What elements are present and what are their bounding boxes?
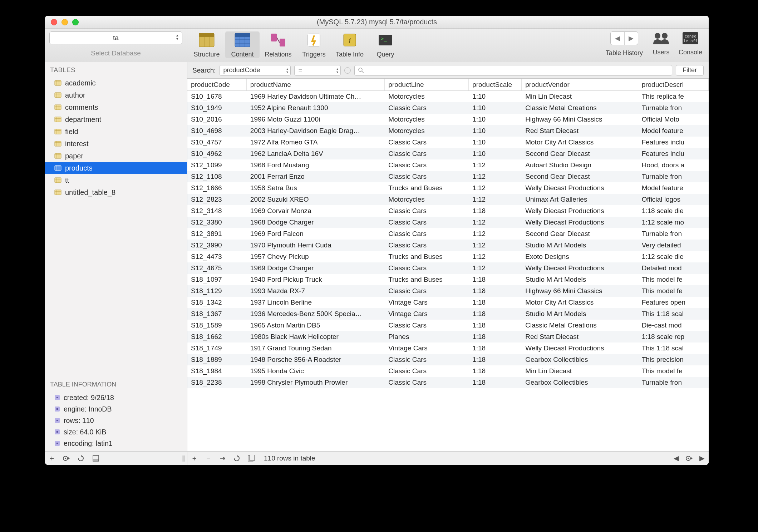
table-row[interactable]: S12_33801968 Dodge ChargerClassic Cars1:…: [187, 217, 709, 228]
main: Search: productCode▴▾ =▴▾ Filter product…: [187, 62, 709, 465]
cell: This model fe: [638, 274, 709, 285]
query-tab[interactable]: >_ Query: [368, 31, 403, 58]
history-back-button[interactable]: ◀: [611, 32, 624, 45]
sidebar-item-interest[interactable]: interest: [45, 138, 187, 150]
refresh-button[interactable]: [77, 455, 87, 462]
cell: Motor City Art Classics: [522, 137, 638, 148]
zoom-window-button[interactable]: [72, 19, 79, 25]
footer-gear-button[interactable]: [685, 455, 693, 462]
column-header-productLine[interactable]: productLine: [385, 79, 469, 90]
search-input[interactable]: [354, 65, 672, 76]
cell: Features open: [638, 297, 709, 308]
search-operator-select[interactable]: =▴▾: [294, 65, 341, 76]
column-header-productName[interactable]: productName: [247, 79, 385, 90]
table-row[interactable]: S12_39901970 Plymouth Hemi CudaClassic C…: [187, 240, 709, 251]
table-row[interactable]: S18_13421937 Lincoln BerlineVintage Cars…: [187, 297, 709, 308]
table-row[interactable]: S10_20161996 Moto Guzzi 1100iMotorcycles…: [187, 114, 709, 125]
column-header-productCode[interactable]: productCode: [187, 79, 247, 90]
sidebar-item-label: field: [65, 128, 78, 136]
column-header-productScale[interactable]: productScale: [469, 79, 522, 90]
users-label: Users: [653, 49, 669, 56]
table-row[interactable]: S12_38911969 Ford FalconClassic Cars1:12…: [187, 228, 709, 240]
sidebar: TABLES academicauthorcommentsdepartmentf…: [45, 62, 187, 465]
cell: 1965 Aston Martin DB5: [247, 320, 385, 331]
history-forward-button[interactable]: ▶: [624, 32, 638, 45]
table-row[interactable]: S10_49621962 LanciaA Delta 16VClassic Ca…: [187, 148, 709, 159]
minimize-window-button[interactable]: [61, 19, 68, 25]
cell: Studio M Art Models: [522, 309, 638, 319]
triggers-tab[interactable]: Triggers: [297, 31, 331, 58]
cell: Welly Diecast Productions: [522, 263, 638, 274]
duplicate-row-button[interactable]: ⇥: [219, 454, 227, 462]
users-button[interactable]: Users: [647, 31, 675, 56]
table-row[interactable]: S12_28232002 Suzuki XREOMotorcycles1:12U…: [187, 194, 709, 205]
search-icon: [358, 68, 364, 73]
table-row[interactable]: S18_16621980s Black Hawk HelicopterPlane…: [187, 331, 709, 343]
column-header-productDescri[interactable]: productDescri: [638, 79, 709, 90]
cell: Classic Cars: [385, 217, 469, 228]
svg-rect-69: [56, 431, 58, 433]
table-row[interactable]: S10_46982003 Harley-Davidson Eagle Drag……: [187, 125, 709, 137]
table-row[interactable]: S10_47571972 Alfa Romeo GTAClassic Cars1…: [187, 137, 709, 148]
grid-body[interactable]: S10_16781969 Harley Davidson Ultimate Ch…: [187, 91, 709, 451]
add-button[interactable]: ＋: [47, 453, 56, 463]
cell: S12_3990: [187, 240, 247, 251]
sidebar-item-academic[interactable]: academic: [45, 77, 187, 89]
filter-button[interactable]: Filter: [676, 65, 704, 76]
table-row[interactable]: S12_10991968 Ford MustangClassic Cars1:1…: [187, 159, 709, 171]
prev-page-button[interactable]: ◀: [672, 454, 680, 462]
table-row[interactable]: S18_11291993 Mazda RX-7Classic Cars1:18H…: [187, 285, 709, 297]
next-page-button[interactable]: ▶: [698, 454, 706, 462]
info-engine: engine: InnoDB: [45, 403, 187, 415]
table-row[interactable]: S18_18891948 Porsche 356-A RoadsterClass…: [187, 354, 709, 365]
remove-row-button[interactable]: −: [205, 454, 212, 462]
search-label: Search:: [192, 66, 216, 74]
table-row[interactable]: S12_46751969 Dodge ChargerClassic Cars1:…: [187, 262, 709, 274]
sidebar-item-paper[interactable]: paper: [45, 150, 187, 162]
pagination-button[interactable]: [247, 455, 255, 462]
sidebar-item-author[interactable]: author: [45, 89, 187, 101]
sidebar-item-comments[interactable]: comments: [45, 101, 187, 113]
console-button[interactable]: console off Console: [676, 31, 704, 56]
sidebar-item-department[interactable]: department: [45, 113, 187, 125]
cell: Motorcycles: [385, 125, 469, 136]
search-column-select[interactable]: productCode▴▾: [219, 65, 291, 76]
sidebar-tables-list: academicauthorcommentsdepartmentfieldint…: [45, 77, 187, 198]
table-row[interactable]: S12_44731957 Chevy PickupTrucks and Buse…: [187, 251, 709, 262]
table-row[interactable]: S18_17491917 Grand Touring SedanVintage …: [187, 343, 709, 354]
table-row[interactable]: S18_22381998 Chrysler Plymouth ProwlerCl…: [187, 377, 709, 388]
table-row[interactable]: S10_19491952 Alpine Renault 1300Classic …: [187, 102, 709, 114]
add-row-button[interactable]: ＋: [190, 454, 198, 463]
gear-menu-button[interactable]: [62, 455, 72, 462]
database-selector[interactable]: ta ▴▾: [49, 31, 182, 44]
cell: S12_3148: [187, 206, 247, 216]
cell: 1995 Honda Civic: [247, 366, 385, 376]
sidebar-item-untitled_table_8[interactable]: untitled_table_8: [45, 186, 187, 198]
table-row[interactable]: S12_16661958 Setra BusTrucks and Buses1:…: [187, 182, 709, 194]
toggle-info-button[interactable]: [92, 455, 102, 462]
structure-tab[interactable]: Structure: [190, 31, 224, 58]
sidebar-gripper[interactable]: |||: [182, 454, 185, 462]
cell: S12_1099: [187, 160, 247, 171]
table-row[interactable]: S18_19841995 Honda CivicClassic Cars1:18…: [187, 365, 709, 377]
table-row[interactable]: S10_16781969 Harley Davidson Ultimate Ch…: [187, 91, 709, 102]
close-window-button[interactable]: [51, 19, 57, 25]
content-tab[interactable]: Content: [225, 31, 260, 58]
sidebar-item-tt[interactable]: tt: [45, 174, 187, 186]
table-row[interactable]: S18_10971940 Ford Pickup TruckTrucks and…: [187, 274, 709, 285]
table-row[interactable]: S18_13671936 Mercedes-Benz 500K Specia…V…: [187, 308, 709, 320]
reload-button[interactable]: [233, 455, 241, 462]
sidebar-item-products[interactable]: products: [45, 162, 187, 174]
svg-rect-5: [235, 33, 250, 37]
cell: 1940 Ford Pickup Truck: [247, 274, 385, 285]
sidebar-item-field[interactable]: field: [45, 125, 187, 138]
table-row[interactable]: S18_15891965 Aston Martin DB5Classic Car…: [187, 320, 709, 331]
relations-tab[interactable]: Relations: [261, 31, 295, 58]
table-row[interactable]: S12_31481969 Corvair MonzaClassic Cars1:…: [187, 205, 709, 217]
column-header-productVendor[interactable]: productVendor: [522, 79, 638, 90]
cell: Classic Cars: [385, 377, 469, 388]
tableinfo-tab[interactable]: i Table Info: [333, 31, 367, 58]
cell: S18_1984: [187, 366, 247, 376]
search-mode-radio[interactable]: [344, 67, 351, 74]
table-row[interactable]: S12_11082001 Ferrari EnzoClassic Cars1:1…: [187, 171, 709, 182]
